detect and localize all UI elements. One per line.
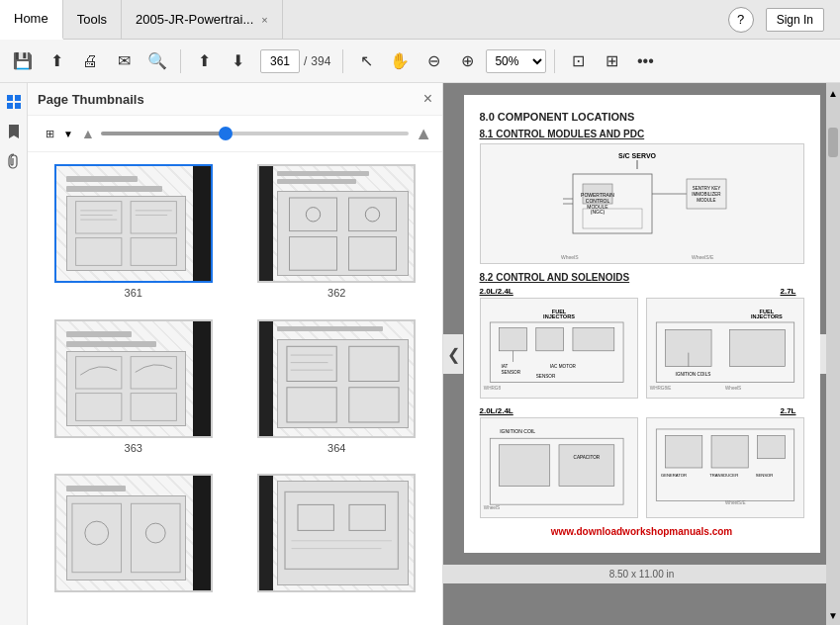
scrollbar-track[interactable] [826, 103, 840, 605]
page-size: 8.50 x 11.00 in [443, 565, 840, 583]
print-button[interactable]: 🖨 [75, 46, 105, 76]
help-button[interactable]: ? [728, 7, 754, 33]
thumbnail-size-slider[interactable] [101, 132, 409, 135]
thumbnail-item-363[interactable]: 363 [40, 319, 228, 459]
pdf-scroll-area[interactable]: 8.0 COMPONENT LOCATIONS 8.1 CONTROL MODU… [443, 83, 840, 625]
diagram-servo: S/C SERVO POWERTRAIN CONTROL MODULE (NGC… [480, 143, 804, 264]
save-button[interactable]: 💾 [8, 46, 38, 76]
svg-text:SENSOR: SENSOR [535, 374, 555, 379]
more-tools-button[interactable]: ••• [630, 46, 660, 76]
view-dropdown-arrow[interactable]: ▼ [63, 129, 73, 139]
svg-text:WheelS/E: WheelS/E [725, 500, 746, 505]
thumb-img-365[interactable] [54, 474, 213, 592]
thumb-label-363: 363 [125, 442, 142, 454]
prev-page-button[interactable]: ⬆ [189, 46, 219, 76]
thumbnail-item-364[interactable]: 364 [243, 319, 431, 459]
pdf-scrollbar[interactable]: ▲ ▼ [826, 83, 840, 625]
scroll-down-button[interactable]: ▼ [826, 605, 840, 625]
svg-rect-86 [711, 435, 748, 468]
svg-point-33 [145, 523, 165, 543]
page-input[interactable] [260, 49, 300, 73]
slider-min-icon: ▲ [81, 126, 95, 141]
thumbnail-item-361[interactable]: 361 [40, 164, 228, 304]
svg-rect-81 [559, 445, 614, 487]
svg-rect-60 [499, 328, 526, 351]
svg-rect-1 [15, 95, 21, 101]
tab-document-label: 2005-JR-Powertrai... [136, 12, 253, 27]
svg-rect-26 [349, 387, 399, 421]
sidebar-icon-thumbnails[interactable] [3, 91, 25, 113]
panel-close-button[interactable]: × [423, 91, 432, 107]
svg-text:MODULE: MODULE [697, 198, 715, 203]
next-page-button[interactable]: ⬇ [223, 46, 252, 76]
svg-text:WheelS: WheelS [725, 386, 741, 391]
panel-header: Page Thumbnails × [28, 83, 442, 116]
thumbnail-item-362[interactable]: 362 [243, 164, 431, 304]
grid-view-button[interactable]: ⊞ [38, 122, 61, 145]
toolbar: 💾 ⬆ 🖨 ✉ 🔍 ⬆ ⬇ / 394 ↖ ✋ ⊖ ⊕ 50% 75% 100%… [0, 40, 840, 83]
zoom-in-button[interactable]: ⊕ [452, 46, 482, 76]
scrollbar-thumb[interactable] [828, 128, 838, 157]
thumb-img-366[interactable] [257, 474, 416, 592]
view-toggle: ⊞ ▼ [38, 122, 73, 145]
subsection-82: 8.2 CONTROL AND SOLENOIDS [480, 272, 804, 283]
cursor-tool-button[interactable]: ↖ [351, 46, 381, 76]
section-82-labels-top: 2.0L/2.4L 2.7L [480, 287, 804, 296]
thumb-img-363[interactable] [54, 319, 213, 438]
email-button[interactable]: ✉ [109, 46, 139, 76]
subsection-81: 8.1 CONTROL MODULES AND PDC [480, 129, 804, 139]
pdf-area: ❮ 8.0 COMPONENT LOCATIONS 8.1 CONTROL MO… [443, 83, 840, 625]
thumb-img-361[interactable] [54, 164, 213, 283]
svg-text:TRANSDUCER: TRANSDUCER [709, 473, 738, 478]
title-bar-right: ? Sign In [728, 7, 840, 33]
svg-rect-22 [131, 393, 176, 420]
svg-text:SENSOR: SENSOR [501, 370, 520, 375]
diagram-row-82-top: FUEL INJECTORS IAT SENSOR IAC MOTOR SENS… [480, 298, 804, 399]
signin-button[interactable]: Sign In [766, 8, 824, 32]
svg-rect-61 [535, 328, 563, 351]
diagram-27L-bottom: GENERATOR TRANSDUCER SENSOR WheelS/E [646, 417, 804, 518]
svg-rect-0 [7, 95, 13, 101]
sidebar-icon-attachments[interactable] [3, 150, 25, 172]
label-201-24L-bottom: 2.0L/2.4L [480, 406, 636, 415]
zoom-out-button[interactable]: ⊖ [419, 46, 448, 76]
svg-rect-2 [7, 103, 13, 109]
fit-width-button[interactable]: ⊞ [597, 46, 626, 76]
page-total: 394 [311, 54, 330, 68]
tab-home[interactable]: Home [0, 0, 63, 40]
separator-2 [342, 49, 343, 73]
diagram-row-82-bottom: IGNITION COIL CAPACITOR WheelS [480, 417, 804, 518]
thumb-label-361: 361 [125, 287, 142, 299]
search-button[interactable]: 🔍 [142, 46, 172, 76]
thumbnail-item-366[interactable]: 366 [243, 474, 431, 613]
thumbnail-item-365[interactable]: 365 [40, 474, 228, 613]
svg-rect-7 [131, 238, 176, 266]
svg-rect-23 [287, 346, 336, 381]
tab-document[interactable]: 2005-JR-Powertrai... × [122, 0, 283, 40]
svg-rect-24 [349, 346, 399, 381]
tab-close-icon[interactable]: × [261, 14, 267, 26]
thumb-img-364[interactable] [257, 319, 416, 438]
svg-rect-19 [75, 356, 121, 388]
upload-button[interactable]: ⬆ [42, 46, 71, 76]
svg-text:WheelS: WheelS [561, 254, 579, 260]
svg-rect-35 [298, 505, 333, 531]
thumb-label-362: 362 [327, 287, 345, 299]
tab-tools-label: Tools [77, 12, 107, 27]
svg-text:IAT: IAT [501, 364, 508, 369]
fit-page-button[interactable]: ⊡ [563, 46, 593, 76]
slider-max-icon: ▲ [415, 124, 432, 144]
svg-text:INJECTORS: INJECTORS [750, 313, 782, 319]
panel-toolbar: ⊞ ▼ ▲ ▲ [28, 116, 442, 152]
svg-rect-13 [290, 198, 337, 231]
title-bar: Home Tools 2005-JR-Powertrai... × ? Sign… [0, 0, 840, 40]
hand-tool-button[interactable]: ✋ [385, 46, 415, 76]
scroll-up-button[interactable]: ▲ [826, 83, 840, 103]
thumb-img-362[interactable] [257, 164, 416, 283]
tab-tools[interactable]: Tools [63, 0, 122, 40]
sidebar-icon-bookmarks[interactable] [3, 121, 25, 142]
zoom-select[interactable]: 50% 75% 100% 125% 150% [486, 49, 546, 73]
separator-1 [180, 49, 181, 73]
watermark: www.downloadworkshopmanuals.com [480, 526, 804, 537]
svg-rect-73 [729, 329, 785, 366]
